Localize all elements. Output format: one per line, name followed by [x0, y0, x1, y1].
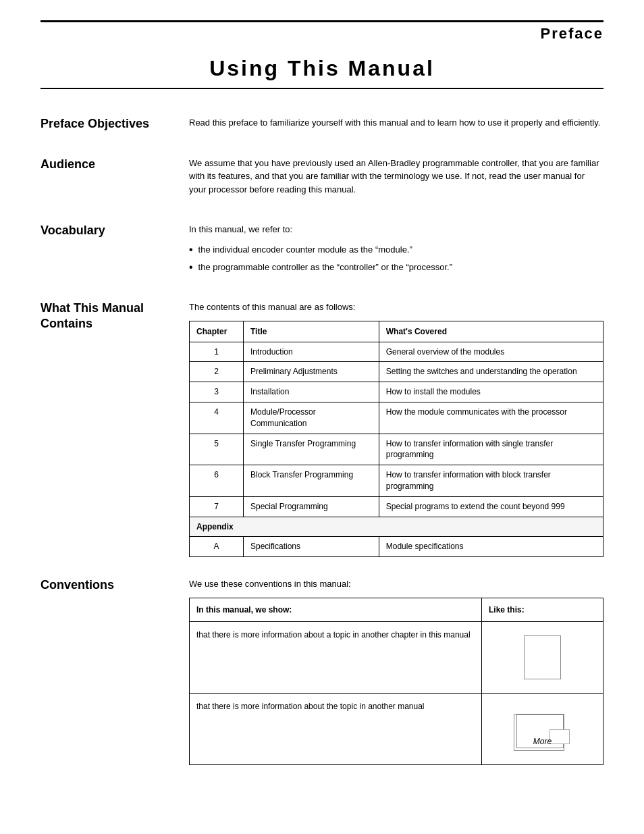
conventions-intro: We use these conventions in this manual:	[189, 577, 603, 591]
conv-header-show: In this manual, we show:	[190, 598, 482, 621]
table-cell-chapter: 2	[190, 362, 244, 382]
list-item-text: the programmable controller as the “cont…	[198, 261, 452, 274]
table-cell-covered: How to transfer information with block t…	[379, 465, 603, 497]
section-content-conventions: We use these conventions in this manual:…	[189, 577, 603, 765]
section-content-audience: We assume that you have previously used …	[189, 157, 603, 203]
what-contains-intro: The contents of this manual are as follo…	[189, 301, 603, 314]
vocabulary-intro: In this manual, we refer to:	[189, 223, 603, 236]
main-content: Preface Objectives Read this preface to …	[41, 116, 603, 765]
section-label-conventions: Conventions	[41, 577, 189, 765]
table-cell-chapter: 7	[190, 496, 244, 517]
table-row: 7 Special Programming Special programs t…	[190, 496, 603, 517]
section-content-what-contains: The contents of this manual are as follo…	[189, 301, 603, 557]
section-what-contains: What This Manual Contains The contents o…	[41, 301, 603, 557]
conv-cell-description: that there is more information about the…	[190, 693, 482, 764]
table-cell-covered: Special programs to extend the count bey…	[379, 496, 603, 517]
list-item: the programmable controller as the “cont…	[189, 261, 603, 275]
conv-cell-icon: More	[482, 693, 603, 764]
table-cell-chapter: 4	[190, 402, 244, 434]
table-header-title: Title	[244, 321, 379, 342]
table-cell-title: Special Programming	[244, 496, 379, 517]
table-cell-title: Preliminary Adjustments	[244, 362, 379, 382]
table-cell-covered: How to install the modules	[379, 382, 603, 402]
table-cell-covered: General overview of the modules	[379, 342, 603, 362]
conv-table-row: that there is more information about a t…	[190, 621, 603, 693]
header-bar: Preface	[41, 20, 603, 43]
table-row: 1 Introduction General overview of the m…	[190, 342, 603, 362]
table-header-covered: What's Covered	[379, 321, 603, 342]
section-label-vocabulary: Vocabulary	[41, 223, 189, 280]
table-cell-covered: Module specifications	[379, 537, 603, 557]
section-audience: Audience We assume that you have previou…	[41, 157, 603, 203]
preface-objectives-text: Read this preface to familiarize yoursel…	[189, 116, 603, 130]
section-vocabulary: Vocabulary In this manual, we refer to: …	[41, 223, 603, 280]
section-label-preface-objectives: Preface Objectives	[41, 116, 189, 136]
table-cell-covered: How to transfer information with single …	[379, 434, 603, 465]
conventions-table: In this manual, we show: Like this: that…	[189, 598, 603, 765]
table-row: 5 Single Transfer Programming How to tra…	[190, 434, 603, 465]
vocabulary-list: the individual encoder counter module as…	[189, 243, 603, 276]
table-cell-chapter: 5	[190, 434, 244, 465]
table-cell-title: Module/Processor Communication	[244, 402, 379, 434]
table-row: 2 Preliminary Adjustments Setting the sw…	[190, 362, 603, 382]
section-label-what-contains: What This Manual Contains	[41, 301, 189, 557]
page: Preface Using This Manual Preface Object…	[0, 20, 644, 834]
list-item: the individual encoder counter module as…	[189, 243, 603, 257]
table-cell-title: Block Transfer Programming	[244, 465, 379, 497]
table-row-appendix-header: Appendix	[190, 517, 603, 537]
section-preface-objectives: Preface Objectives Read this preface to …	[41, 116, 603, 136]
table-cell-chapter: A	[190, 537, 244, 557]
page-title: Using This Manual	[41, 56, 603, 89]
list-item-text: the individual encoder counter module as…	[198, 243, 412, 257]
header-title: Preface	[540, 25, 603, 43]
section-label-audience: Audience	[41, 157, 189, 203]
section-conventions: Conventions We use these conventions in …	[41, 577, 603, 765]
table-header-chapter: Chapter	[190, 321, 244, 342]
table-cell-covered: How the module communicates with the pro…	[379, 402, 603, 434]
table-cell-covered: Setting the switches and understanding t…	[379, 362, 603, 382]
contents-table: Chapter Title What's Covered 1 Introduct…	[189, 321, 603, 558]
table-cell-chapter: 1	[190, 342, 244, 362]
table-cell-chapter: 6	[190, 465, 244, 497]
table-cell-chapter: 3	[190, 382, 244, 402]
appendix-label: Appendix	[190, 517, 603, 537]
conv-table-row: that there is more information about the…	[190, 693, 603, 764]
table-cell-title: Single Transfer Programming	[244, 434, 379, 465]
conv-cell-description: that there is more information about a t…	[190, 621, 482, 693]
table-cell-title: Specifications	[244, 537, 379, 557]
table-row-appendix: A Specifications Module specifications	[190, 537, 603, 557]
table-cell-title: Installation	[244, 382, 379, 402]
conv-header-like: Like this:	[482, 598, 603, 621]
table-row: 3 Installation How to install the module…	[190, 382, 603, 402]
section-content-vocabulary: In this manual, we refer to: the individ…	[189, 223, 603, 280]
table-cell-title: Introduction	[244, 342, 379, 362]
table-row: 6 Block Transfer Programming How to tran…	[190, 465, 603, 497]
table-row: 4 Module/Processor Communication How the…	[190, 402, 603, 434]
section-content-preface-objectives: Read this preface to familiarize yoursel…	[189, 116, 603, 136]
audience-text: We assume that you have previously used …	[189, 157, 603, 197]
conv-cell-icon	[482, 621, 603, 693]
